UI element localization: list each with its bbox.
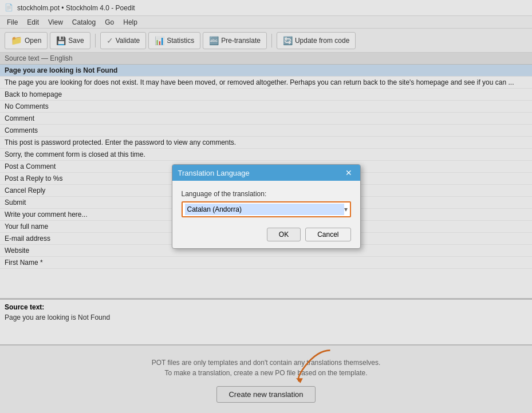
dialog-language-label: Language of the translation:: [182, 190, 351, 198]
dialog-buttons: OK Cancel: [172, 223, 360, 248]
dialog-select-wrapper: Catalan (Andorra) English Spanish French…: [182, 201, 351, 217]
dialog-close-button[interactable]: ✕: [343, 168, 354, 177]
dialog-title: Translation Language: [178, 169, 250, 177]
dialog-title-bar: Translation Language ✕: [172, 165, 360, 181]
dialog-ok-button[interactable]: OK: [267, 228, 301, 241]
dialog-overlay: Translation Language ✕ Language of the t…: [0, 0, 532, 413]
language-select[interactable]: Catalan (Andorra) English Spanish French…: [185, 204, 344, 215]
translation-language-dialog: Translation Language ✕ Language of the t…: [172, 164, 361, 249]
dropdown-icon: ▾: [344, 205, 348, 213]
dialog-cancel-button[interactable]: Cancel: [305, 228, 350, 241]
dialog-body: Language of the translation: Catalan (An…: [172, 181, 360, 223]
